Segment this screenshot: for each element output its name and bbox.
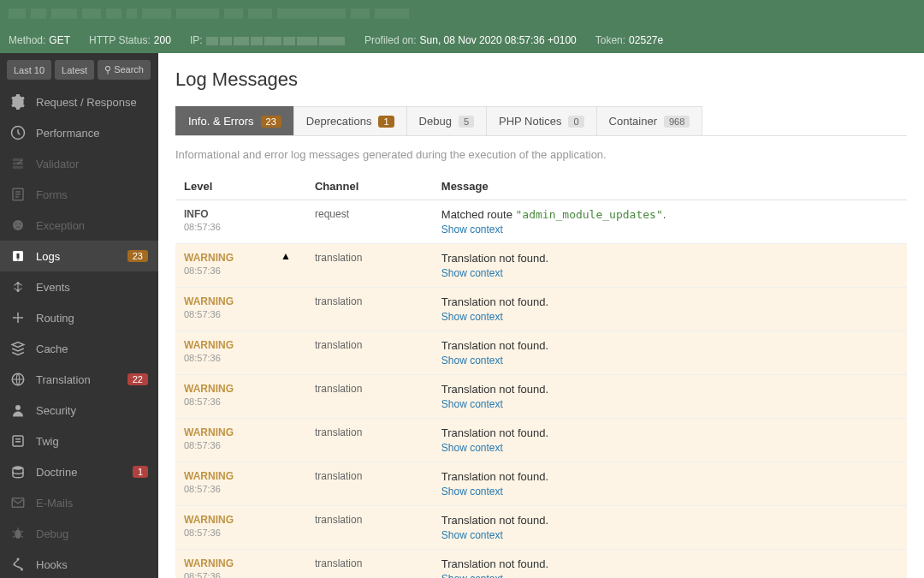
svg-rect-9 xyxy=(17,253,20,259)
cell-level: WARNING08:57:36 xyxy=(175,462,306,506)
sidebar-item-hooks[interactable]: Hooks xyxy=(0,549,158,578)
svg-point-6 xyxy=(15,223,17,225)
cell-level: WARNING08:57:36 xyxy=(175,375,306,419)
cell-channel: translation xyxy=(306,506,433,550)
svg-point-7 xyxy=(20,223,21,225)
log-row: WARNING08:57:36translationTranslation no… xyxy=(175,506,907,550)
tab-count: 23 xyxy=(261,116,281,128)
cell-channel: translation xyxy=(306,244,433,288)
log-row: WARNING08:57:36translationTranslation no… xyxy=(175,462,907,506)
profiled-value: Sun, 08 Nov 2020 08:57:36 +0100 xyxy=(420,34,577,46)
sidebar-item-label: Debug xyxy=(36,527,148,540)
routing-icon xyxy=(10,310,26,325)
sidebar-item-label: Logs xyxy=(36,250,117,263)
cache-icon xyxy=(10,341,26,356)
show-context-link[interactable]: Show context xyxy=(441,267,503,279)
cell-channel: translation xyxy=(306,419,433,462)
log-row: WARNING08:57:36translationTranslation no… xyxy=(175,244,907,288)
sidebar-item-exception[interactable]: Exception xyxy=(0,210,158,241)
tab-label: Container xyxy=(609,115,657,128)
show-context-link[interactable]: Show context xyxy=(441,398,503,410)
latest-button[interactable]: Latest xyxy=(55,60,94,80)
profiled-label: Profiled on: xyxy=(364,34,417,46)
header-url-bar xyxy=(9,0,915,27)
tab-deprecations[interactable]: Deprecations1 xyxy=(293,106,407,135)
method-value: GET xyxy=(49,34,70,46)
ip-label: IP: xyxy=(190,34,203,46)
sidebar-item-debug[interactable]: Debug xyxy=(0,518,158,549)
sidebar-item-label: Routing xyxy=(36,312,148,325)
cell-message: Translation not found.Show context xyxy=(433,244,907,288)
security-icon xyxy=(10,402,26,418)
request-response-icon xyxy=(10,94,26,110)
sidebar-item-label: Validator xyxy=(36,158,148,170)
log-row: WARNING08:57:36translationTranslation no… xyxy=(175,550,907,579)
tab-label: Debug xyxy=(419,115,452,128)
tab-label: Info. & Errors xyxy=(188,115,254,128)
sidebar-item-label: Performance xyxy=(36,127,148,140)
cell-message: Translation not found.Show context xyxy=(433,375,907,419)
tab-count: 5 xyxy=(459,116,474,128)
forms-icon xyxy=(10,187,26,202)
hooks-icon xyxy=(10,557,26,572)
cell-channel: translation xyxy=(306,375,433,419)
th-channel: Channel xyxy=(306,173,433,200)
log-time: 08:57:36 xyxy=(184,527,298,538)
sidebar-item-e-mails[interactable]: E-Mails xyxy=(0,487,158,518)
last10-button[interactable]: Last 10 xyxy=(7,60,51,80)
svg-point-22 xyxy=(17,558,20,561)
sidebar-item-validator[interactable]: Validator xyxy=(0,148,158,179)
log-message: Translation not found. xyxy=(441,383,898,396)
log-level: WARNING xyxy=(184,557,298,569)
sidebar-item-request-response[interactable]: Request / Response xyxy=(0,86,158,117)
validator-icon xyxy=(10,156,26,171)
tab-php-notices[interactable]: PHP Notices0 xyxy=(486,106,597,135)
sidebar-item-translation[interactable]: Translation22 xyxy=(0,364,158,395)
search-button[interactable]: ⚲ Search xyxy=(98,60,151,80)
header-info-bar: Method:GET HTTP Status:200 IP: Profiled … xyxy=(9,27,915,53)
show-context-link[interactable]: Show context xyxy=(441,355,503,366)
sidebar-item-logs[interactable]: Logs23 xyxy=(0,241,158,271)
log-time: 08:57:36 xyxy=(184,484,298,494)
log-time: 08:57:36 xyxy=(184,265,298,276)
svg-point-23 xyxy=(13,563,15,565)
method-label: Method: xyxy=(9,34,45,46)
main-content: Log Messages Info. & Errors23Deprecation… xyxy=(158,53,924,578)
sidebar-badge: 22 xyxy=(127,373,148,385)
sidebar-item-forms[interactable]: Forms xyxy=(0,179,158,210)
cell-channel: translation xyxy=(306,331,433,375)
sidebar-item-events[interactable]: Events xyxy=(0,271,158,302)
tab-label: PHP Notices xyxy=(499,115,561,128)
show-context-link[interactable]: Show context xyxy=(441,223,503,235)
show-context-link[interactable]: Show context xyxy=(441,442,503,454)
sidebar-item-twig[interactable]: Twig xyxy=(0,426,158,456)
log-level: WARNING xyxy=(184,383,298,395)
sidebar-item-label: Hooks xyxy=(36,558,148,571)
svg-point-15 xyxy=(15,405,21,410)
sidebar-item-label: Request / Response xyxy=(36,96,148,109)
cell-message: Matched route "admin_module_updates".Sho… xyxy=(433,200,907,244)
show-context-link[interactable]: Show context xyxy=(441,529,503,541)
log-message: Translation not found. xyxy=(441,295,898,308)
sidebar-item-cache[interactable]: Cache xyxy=(0,333,158,364)
tab-container[interactable]: Container968 xyxy=(596,106,703,135)
sidebar-item-routing[interactable]: Routing xyxy=(0,302,158,333)
show-context-link[interactable]: Show context xyxy=(441,486,503,498)
svg-point-5 xyxy=(13,220,23,230)
log-level: WARNING xyxy=(184,426,298,438)
svg-point-21 xyxy=(15,530,21,539)
sidebar-item-security[interactable]: Security xyxy=(0,395,158,426)
log-row: WARNING08:57:36translationTranslation no… xyxy=(175,375,907,419)
sidebar-item-doctrine[interactable]: Doctrine1 xyxy=(0,456,158,487)
svg-point-13 xyxy=(17,317,20,319)
show-context-link[interactable]: Show context xyxy=(441,573,503,578)
cell-message: Translation not found.Show context xyxy=(433,331,907,375)
sidebar-item-performance[interactable]: Performance xyxy=(0,117,158,148)
tab-info-errors[interactable]: Info. & Errors23 xyxy=(175,106,294,135)
log-message: Translation not found. xyxy=(441,339,898,352)
th-level: Level xyxy=(175,173,306,200)
tab-debug[interactable]: Debug5 xyxy=(406,106,487,135)
e-mails-icon xyxy=(10,495,26,510)
log-message: Translation not found. xyxy=(441,252,898,265)
show-context-link[interactable]: Show context xyxy=(441,311,503,323)
